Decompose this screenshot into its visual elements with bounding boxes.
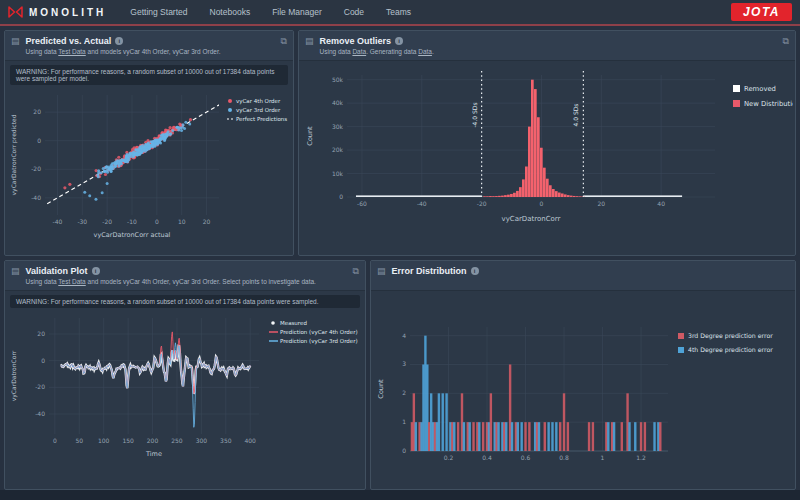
panel-title: Validation Plot — [26, 266, 88, 276]
expand-icon[interactable]: ⧉ — [783, 36, 789, 46]
svg-text:vyCarDatronCorr: vyCarDatronCorr — [10, 350, 18, 401]
svg-text:150: 150 — [122, 437, 134, 444]
info-icon[interactable]: i — [471, 267, 479, 275]
panel-handle-icon[interactable]: ▤ — [11, 266, 20, 276]
svg-text:-20: -20 — [102, 218, 112, 225]
svg-text:-10: -10 — [127, 218, 137, 225]
svg-text:-40: -40 — [35, 410, 45, 417]
svg-text:0.6: 0.6 — [521, 454, 531, 461]
svg-text:vyCar 3rd Order: vyCar 3rd Order — [236, 107, 281, 114]
svg-text:10k: 10k — [332, 170, 344, 177]
panel-header: ▤ Remove Outliers i Using data Data. Gen… — [299, 31, 795, 61]
subtitle-link-test-data[interactable]: Test Data — [58, 278, 85, 285]
subtitle-text: Using data — [26, 48, 59, 55]
svg-text:20: 20 — [33, 108, 41, 115]
panel-handle-icon[interactable]: ▤ — [305, 36, 314, 46]
svg-text:50k: 50k — [332, 76, 344, 83]
svg-text:30k: 30k — [332, 123, 344, 130]
panel-title: Remove Outliers — [320, 36, 392, 46]
jota-logo: JOTA — [731, 3, 792, 21]
svg-text:4th Degree prediction error: 4th Degree prediction error — [688, 346, 773, 354]
panel-remove-outliers: ▤ Remove Outliers i Using data Data. Gen… — [298, 30, 796, 256]
svg-text:New Distribution: New Distribution — [744, 100, 793, 108]
svg-text:vyCar 4th Order: vyCar 4th Order — [236, 98, 281, 105]
remove-outliers-chart[interactable]: -60-40-2002040010k20k30k40k50k-4.0 SDs4.… — [301, 63, 793, 253]
svg-text:400: 400 — [244, 437, 256, 444]
warning-banner: WARNING: For performance reasons, a rand… — [10, 295, 360, 308]
expand-icon[interactable]: ⧉ — [353, 266, 359, 276]
brand-name: MONOLITH — [29, 7, 106, 18]
svg-text:Prediction (vyCar 4th Order): Prediction (vyCar 4th Order) — [280, 329, 358, 336]
svg-text:0: 0 — [53, 437, 57, 444]
svg-text:4: 4 — [402, 332, 406, 339]
dashboard-page: MONOLITH Getting Started Notebooks File … — [0, 0, 800, 500]
brand[interactable]: MONOLITH — [8, 6, 106, 18]
svg-text:0: 0 — [540, 200, 544, 207]
nav-item-notebooks[interactable]: Notebooks — [210, 7, 251, 17]
panel-title: Error Distribution — [392, 266, 467, 276]
expand-icon[interactable]: ⧉ — [281, 36, 287, 46]
nav-item-getting-started[interactable]: Getting Started — [130, 7, 187, 17]
svg-text:Time: Time — [145, 450, 162, 458]
panel-handle-icon[interactable]: ▤ — [377, 266, 386, 276]
monolith-logo-icon — [8, 6, 23, 18]
panel-subtitle: Using data Data. Generating data Data. — [320, 48, 434, 55]
subtitle-text: Using data — [26, 278, 59, 285]
svg-text:0.8: 0.8 — [559, 454, 569, 461]
svg-text:0: 0 — [37, 137, 41, 144]
nav-item-code[interactable]: Code — [344, 7, 364, 17]
svg-text:1: 1 — [601, 454, 605, 461]
svg-text:0: 0 — [402, 447, 406, 454]
svg-text:0: 0 — [339, 193, 343, 200]
svg-text:0: 0 — [41, 357, 45, 364]
svg-text:vyCarDatronCorr: vyCarDatronCorr — [501, 215, 560, 223]
svg-text:1: 1 — [402, 418, 406, 425]
svg-text:0: 0 — [155, 218, 159, 225]
svg-text:100: 100 — [98, 437, 110, 444]
footer-bar — [0, 490, 800, 500]
svg-text:0.2: 0.2 — [444, 454, 454, 461]
svg-text:Perfect Predictions: Perfect Predictions — [236, 116, 287, 122]
svg-text:0.4: 0.4 — [482, 454, 492, 461]
svg-text:3: 3 — [402, 360, 406, 367]
subtitle-link-data[interactable]: Data — [352, 48, 366, 55]
svg-text:-30: -30 — [77, 218, 87, 225]
info-icon[interactable]: i — [92, 267, 100, 275]
svg-text:50: 50 — [75, 437, 83, 444]
svg-text:Count: Count — [377, 379, 385, 399]
validation-plot-chart[interactable]: 050100150200250300350400-40-20020TimevyC… — [7, 310, 363, 474]
svg-text:-20: -20 — [31, 165, 41, 172]
panel-title: Predicted vs. Actual — [26, 36, 112, 46]
svg-text:1.2: 1.2 — [636, 454, 646, 461]
svg-text:20k: 20k — [332, 146, 344, 153]
nav-item-teams[interactable]: Teams — [386, 7, 411, 17]
panel-header: ▤ Error Distribution i — [371, 261, 795, 291]
predicted-vs-actual-chart[interactable]: -40-30-20-1001020-40-20020vyCarDatronCor… — [7, 87, 291, 253]
subtitle-link-data[interactable]: Data — [418, 48, 432, 55]
svg-text:300: 300 — [196, 437, 208, 444]
subtitle-link-test-data[interactable]: Test Data — [58, 48, 85, 55]
panel-header: ▤ Predicted vs. Actual i Using data Test… — [5, 31, 293, 61]
subtitle-text: . Generating data — [366, 48, 418, 55]
top-nav: MONOLITH Getting Started Notebooks File … — [0, 0, 800, 24]
warning-banner: WARNING: For performance reasons, a rand… — [10, 65, 288, 85]
svg-text:-4.0 SDs: -4.0 SDs — [471, 102, 478, 127]
svg-text:20: 20 — [37, 330, 45, 337]
svg-text:vyCarDatronCorr actual: vyCarDatronCorr actual — [94, 231, 171, 239]
info-icon[interactable]: i — [395, 37, 403, 45]
svg-text:Count: Count — [306, 126, 314, 146]
info-icon[interactable]: i — [115, 37, 123, 45]
svg-text:250: 250 — [171, 437, 183, 444]
svg-text:vyCarDatronCorr predicted: vyCarDatronCorr predicted — [10, 114, 18, 195]
svg-text:4.0 SDs: 4.0 SDs — [572, 103, 579, 126]
panel-error-distribution: ▤ Error Distribution i 0.20.40.60.811.20… — [370, 260, 796, 490]
panel-subtitle: Using data Test Data and models vyCar 4t… — [26, 278, 316, 285]
error-distribution-chart[interactable]: 0.20.40.60.811.201234Count3rd Degree pre… — [372, 293, 794, 489]
svg-text:Measured: Measured — [280, 320, 307, 326]
panel-handle-icon[interactable]: ▤ — [11, 36, 20, 46]
svg-text:Prediction (vyCar 3rd Order): Prediction (vyCar 3rd Order) — [280, 338, 358, 345]
svg-text:40: 40 — [657, 200, 665, 207]
panel-predicted-vs-actual: ▤ Predicted vs. Actual i Using data Test… — [4, 30, 294, 256]
subtitle-text: . — [432, 48, 434, 55]
nav-item-file-manager[interactable]: File Manager — [272, 7, 322, 17]
